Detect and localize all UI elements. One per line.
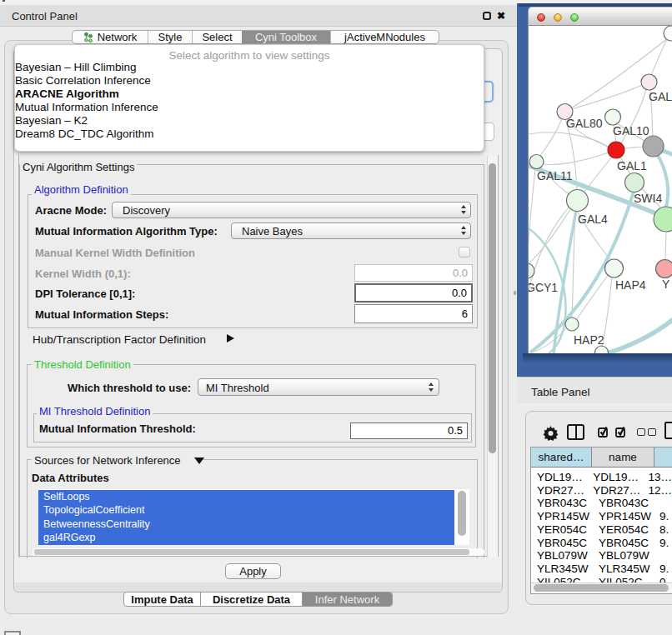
svg-text:HAP4: HAP4 xyxy=(615,278,646,292)
svg-text:GAL11: GAL11 xyxy=(537,169,573,182)
svg-text:Y: Y xyxy=(662,278,670,291)
svg-text:HAP2: HAP2 xyxy=(574,333,604,347)
svg-text:GCY1: GCY1 xyxy=(529,281,558,294)
svg-text:GAL10: GAL10 xyxy=(613,124,649,138)
svg-text:GAL80: GAL80 xyxy=(566,117,603,130)
svg-text:GAL4: GAL4 xyxy=(578,212,608,226)
svg-text:SWI4: SWI4 xyxy=(634,192,662,205)
svg-text:GAL7: GAL7 xyxy=(649,90,672,103)
svg-text:GAL1: GAL1 xyxy=(617,159,647,172)
